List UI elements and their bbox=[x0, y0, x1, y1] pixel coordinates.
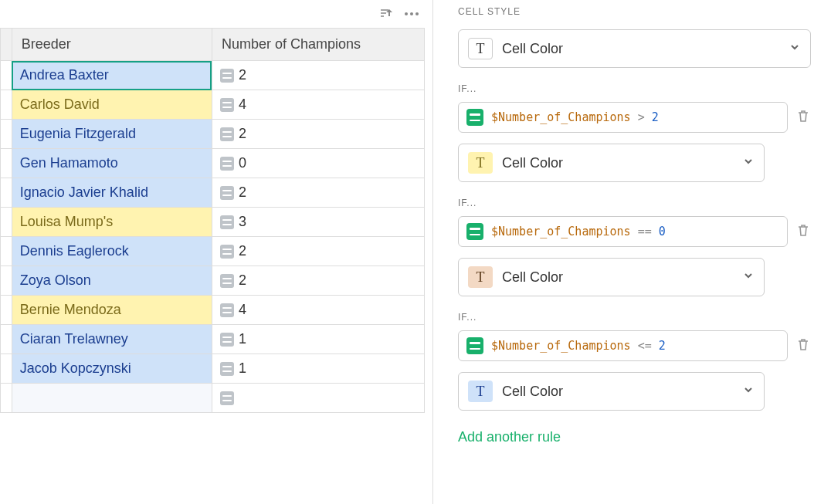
delete-rule-icon[interactable] bbox=[795, 337, 811, 355]
filter-sort-icon[interactable] bbox=[378, 6, 394, 22]
text-style-swatch-icon: T bbox=[468, 38, 493, 59]
champions-cell[interactable]: 0 bbox=[212, 149, 424, 178]
breeder-cell[interactable]: Dennis Eaglerock bbox=[12, 237, 212, 266]
if-label: IF... bbox=[458, 198, 811, 208]
breeder-cell[interactable]: Carlos David bbox=[12, 90, 212, 120]
champions-cell[interactable]: 1 bbox=[212, 354, 424, 384]
breeder-cell[interactable]: Louisa Mump's bbox=[12, 208, 212, 237]
row-handle[interactable] bbox=[1, 90, 12, 120]
champions-cell[interactable]: 2 bbox=[212, 237, 424, 266]
condition-formula-input[interactable]: $Number_of_Champions == 0 bbox=[458, 216, 788, 247]
row-handle[interactable] bbox=[1, 354, 12, 384]
champions-cell[interactable]: 2 bbox=[212, 61, 424, 90]
table-row: Gen Hamamoto0 bbox=[1, 149, 425, 178]
champions-cell[interactable]: 1 bbox=[212, 325, 424, 354]
champions-value: 3 bbox=[239, 214, 246, 229]
column-header-breeder[interactable]: Breeder bbox=[12, 29, 212, 61]
column-header-champions[interactable]: Number of Champions bbox=[212, 29, 424, 61]
record-icon bbox=[220, 333, 234, 347]
breeder-cell[interactable]: Ignacio Javier Khalid bbox=[12, 178, 212, 208]
breeder-cell-empty[interactable] bbox=[12, 384, 212, 413]
breeder-cell[interactable]: Jacob Kopczynski bbox=[12, 354, 212, 384]
default-cell-style-select[interactable]: T Cell Color bbox=[458, 29, 811, 68]
if-label: IF... bbox=[458, 83, 811, 94]
delete-rule-icon[interactable] bbox=[795, 222, 811, 241]
row-handle[interactable] bbox=[1, 237, 12, 266]
breeder-cell[interactable]: Ciaran Trelawney bbox=[12, 325, 212, 354]
row-handle[interactable] bbox=[1, 208, 12, 237]
rule-style-select[interactable]: TCell Color bbox=[458, 372, 765, 411]
champions-cell[interactable]: 3 bbox=[212, 208, 424, 237]
condition-expression: $Number_of_Champions > 2 bbox=[491, 110, 659, 124]
champions-cell[interactable]: 4 bbox=[212, 296, 424, 325]
champions-value: 2 bbox=[239, 243, 246, 259]
record-icon bbox=[220, 362, 234, 376]
row-handle[interactable] bbox=[1, 178, 12, 208]
conditional-rule: IF...$Number_of_Champions == 0TCell Colo… bbox=[458, 198, 811, 296]
table-row: Eugenia Fitzgerald2 bbox=[1, 120, 425, 149]
condition-row: $Number_of_Champions <= 2 bbox=[458, 330, 811, 361]
row-handle[interactable] bbox=[1, 296, 12, 325]
champions-cell[interactable]: 2 bbox=[212, 266, 424, 296]
record-icon bbox=[220, 303, 234, 317]
champions-value: 1 bbox=[239, 360, 246, 376]
breeder-cell[interactable]: Eugenia Fitzgerald bbox=[12, 120, 212, 149]
champions-cell[interactable]: 4 bbox=[212, 90, 424, 120]
breeder-cell[interactable]: Andrea Baxter bbox=[12, 61, 212, 90]
table-row: Bernie Mendoza4 bbox=[1, 296, 425, 325]
text-style-swatch-icon: T bbox=[468, 266, 493, 288]
formula-icon bbox=[466, 223, 483, 240]
champions-value: 1 bbox=[239, 331, 246, 347]
table-row: Jacob Kopczynski1 bbox=[1, 354, 425, 384]
breeder-cell[interactable]: Gen Hamamoto bbox=[12, 149, 212, 178]
record-icon bbox=[220, 69, 234, 83]
section-title: CELL STYLE bbox=[458, 6, 811, 17]
conditional-rule: IF...$Number_of_Champions <= 2TCell Colo… bbox=[458, 312, 811, 411]
champions-value: 4 bbox=[239, 302, 246, 317]
conditional-rule: IF...$Number_of_Champions > 2TCell Color bbox=[458, 83, 811, 182]
table-row: Ciaran Trelawney1 bbox=[1, 325, 425, 354]
table-row: Louisa Mump's3 bbox=[1, 208, 425, 237]
more-menu-icon[interactable] bbox=[405, 12, 419, 15]
breeder-cell[interactable]: Zoya Olson bbox=[12, 266, 212, 296]
rule-style-select[interactable]: TCell Color bbox=[458, 144, 765, 182]
style-select-label: Cell Color bbox=[502, 269, 742, 286]
row-handle[interactable] bbox=[1, 266, 12, 296]
rule-style-select[interactable]: TCell Color bbox=[458, 258, 765, 296]
table-row-empty bbox=[1, 384, 425, 413]
champions-value: 4 bbox=[239, 96, 246, 112]
champions-cell[interactable]: 2 bbox=[212, 178, 424, 208]
table-row: Andrea Baxter2 bbox=[1, 61, 425, 90]
breeder-cell[interactable]: Bernie Mendoza bbox=[12, 296, 212, 325]
condition-formula-input[interactable]: $Number_of_Champions > 2 bbox=[458, 102, 788, 133]
add-rule-button[interactable]: Add another rule bbox=[458, 429, 811, 445]
row-handle-header bbox=[1, 29, 12, 61]
champions-value: 2 bbox=[239, 184, 246, 200]
row-handle[interactable] bbox=[1, 61, 12, 90]
record-icon bbox=[220, 157, 234, 171]
delete-rule-icon[interactable] bbox=[795, 108, 811, 127]
if-label: IF... bbox=[458, 312, 811, 323]
table-row: Carlos David4 bbox=[1, 90, 425, 120]
condition-row: $Number_of_Champions == 0 bbox=[458, 216, 811, 247]
table-toolbar bbox=[0, 0, 425, 28]
chevron-down-icon bbox=[742, 155, 755, 171]
text-style-swatch-icon: T bbox=[468, 381, 493, 402]
chevron-down-icon bbox=[742, 269, 755, 285]
cell-style-panel: CELL STYLE T Cell Color IF...$Number_of_… bbox=[432, 0, 814, 504]
row-handle[interactable] bbox=[1, 149, 12, 178]
formula-icon bbox=[466, 337, 483, 354]
record-icon bbox=[220, 245, 234, 259]
row-handle[interactable] bbox=[1, 325, 12, 354]
style-select-label: Cell Color bbox=[502, 41, 789, 57]
champions-cell-empty[interactable] bbox=[212, 384, 424, 413]
champions-cell[interactable]: 2 bbox=[212, 120, 424, 149]
condition-formula-input[interactable]: $Number_of_Champions <= 2 bbox=[458, 330, 788, 361]
row-handle[interactable] bbox=[1, 120, 12, 149]
table-row: Dennis Eaglerock2 bbox=[1, 237, 425, 266]
record-icon bbox=[220, 274, 234, 288]
champions-value: 2 bbox=[239, 126, 246, 141]
record-icon bbox=[220, 186, 234, 200]
row-handle[interactable] bbox=[1, 384, 12, 413]
champions-value: 2 bbox=[239, 67, 246, 83]
